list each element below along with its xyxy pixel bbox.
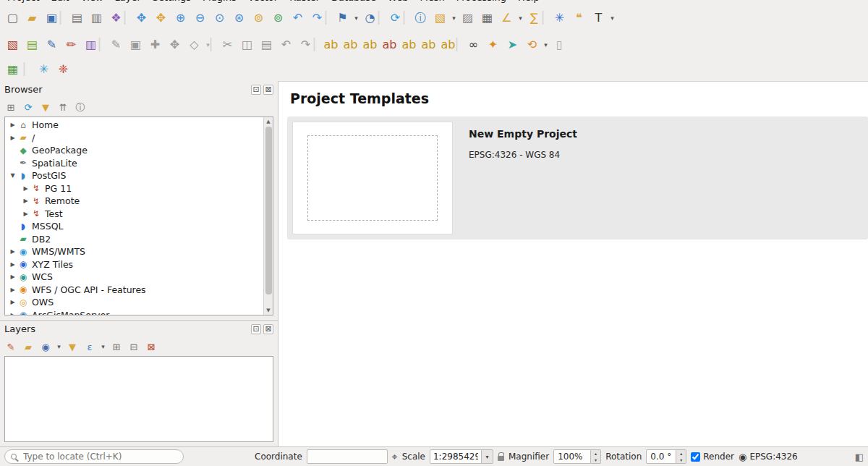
menu-item[interactable]: Web: [388, 0, 408, 3]
tree-item-pg11[interactable]: ▶ ↯ PG 11: [5, 182, 263, 195]
tree-item-wms-wmts[interactable]: ▶ ◉ WMS/WMTS: [5, 245, 263, 258]
label-rotate-icon[interactable]: ab: [419, 35, 438, 54]
themes-dropdown-arrow[interactable]: ▾: [55, 339, 63, 354]
collapse-all-layers-icon[interactable]: ⊟: [126, 339, 142, 354]
expand-arrow-icon[interactable]: ▶: [8, 261, 17, 268]
expand-arrow-icon[interactable]: ▶: [8, 274, 17, 280]
new-virtual-layer-icon[interactable]: ▥: [81, 35, 101, 54]
expand-arrow-icon[interactable]: ▶: [8, 312, 17, 315]
processing-toolbox-icon[interactable]: ✳: [550, 9, 569, 27]
zoom-in-icon[interactable]: ⊕: [171, 9, 190, 27]
tree-item-spatialite[interactable]: ✒ SpatiaLite: [5, 157, 263, 170]
spin-down-icon[interactable]: ▾: [591, 457, 600, 463]
filter-legend-icon[interactable]: ▼: [64, 339, 80, 354]
label-properties-icon[interactable]: ab: [438, 35, 458, 54]
project-template-card[interactable]: New Empty Project EPSG:4326 - WGS 84: [287, 116, 868, 240]
save-project-icon[interactable]: ▣: [42, 9, 61, 27]
add-selected-layers-icon[interactable]: ⊞: [3, 100, 19, 114]
python-run-icon[interactable]: ➤: [503, 35, 522, 54]
expand-arrow-icon[interactable]: ▶: [8, 135, 17, 141]
layer-styling-icon[interactable]: ✎: [3, 339, 19, 354]
manage-themes-icon[interactable]: ◉: [38, 339, 54, 354]
menu-item[interactable]: Mesh: [420, 0, 444, 3]
label-pin-icon[interactable]: ab: [360, 35, 380, 54]
statistical-summary-icon[interactable]: ∑: [524, 9, 544, 27]
magnifier-value[interactable]: 100%: [553, 449, 591, 464]
zoom-next-icon[interactable]: ↷: [307, 9, 327, 27]
toggle-editing-icon[interactable]: ✎: [106, 35, 126, 54]
expand-arrow-icon[interactable]: ▶: [8, 122, 17, 128]
rotation-value[interactable]: 0.0 °: [646, 449, 676, 464]
expand-arrow-icon[interactable]: ▶: [21, 185, 30, 192]
expand-arrow-icon[interactable]: ▶: [8, 299, 17, 305]
refresh-map-icon[interactable]: ⟳: [386, 9, 405, 27]
layers-list-empty[interactable]: [4, 356, 273, 442]
spin-up-icon[interactable]: ▴: [676, 450, 686, 457]
tree-item-arcgismapserver[interactable]: ▶ ◉ ArcGisMapServer: [5, 309, 263, 315]
plugin-icon-2[interactable]: ❈: [54, 60, 73, 79]
spin-down-icon[interactable]: ▾: [676, 457, 686, 463]
tree-item-mssql[interactable]: ◗ MSSQL: [5, 220, 263, 233]
new-spatialite-icon[interactable]: ✏: [61, 35, 81, 54]
new-geopackage-icon[interactable]: ▤: [22, 35, 42, 54]
reload-plugin-icon[interactable]: ⟲: [522, 35, 542, 54]
tree-item-postgis[interactable]: ▼ ◗ PostGIS: [5, 169, 263, 182]
text-annotation-icon[interactable]: T: [589, 9, 608, 27]
identify-features-icon[interactable]: ⓘ: [411, 9, 430, 27]
zoom-native-icon[interactable]: ⊙: [210, 9, 229, 27]
zoom-to-selection-icon[interactable]: ⊚: [249, 9, 268, 27]
plugin-icon-1[interactable]: ✳: [34, 60, 54, 79]
zoom-last-icon[interactable]: ↶: [288, 9, 307, 27]
refresh-browser-icon[interactable]: ⟳: [20, 100, 36, 114]
expression-dropdown-arrow[interactable]: ▾: [99, 339, 107, 354]
sparkle-plugin-icon[interactable]: ✦: [483, 35, 503, 54]
menu-item[interactable]: Project: [7, 0, 39, 3]
tree-item-home[interactable]: ▶ ⌂ Home: [5, 119, 263, 132]
pan-map-icon[interactable]: ✥: [132, 9, 151, 27]
expand-arrow-icon[interactable]: ▶: [8, 248, 17, 255]
remove-layer-icon[interactable]: ⊠: [143, 339, 159, 354]
place-search-icon[interactable]: ∞: [464, 35, 483, 54]
select-dropdown-arrow[interactable]: ▾: [450, 9, 458, 27]
label-highlight-icon[interactable]: ab: [380, 35, 399, 54]
locate-input[interactable]: [22, 451, 177, 462]
new-print-layout-icon[interactable]: ▤: [67, 9, 87, 27]
locate-box[interactable]: [4, 449, 184, 464]
menu-item[interactable]: Help: [518, 0, 540, 3]
menu-item[interactable]: Processing: [456, 0, 506, 3]
expand-arrow-icon[interactable]: ▼: [8, 172, 17, 179]
select-features-icon[interactable]: ▧: [430, 9, 450, 27]
close-panel-icon[interactable]: ⊠: [263, 324, 273, 334]
tree-item-remote[interactable]: ▶ ↯ Remote: [5, 195, 263, 208]
map-navigation-icon[interactable]: ▦: [3, 60, 22, 79]
menu-item[interactable]: Settings: [153, 0, 191, 3]
new-shapefile-icon[interactable]: ✎: [42, 35, 61, 54]
zoom-full-icon[interactable]: ⊛: [229, 9, 249, 27]
extent-toggle-icon[interactable]: ⌖: [392, 451, 398, 463]
tree-item-test[interactable]: ▶ ↯ Test: [5, 208, 263, 221]
expand-arrow-icon[interactable]: ▶: [21, 198, 30, 204]
paste-features-icon[interactable]: ▤: [257, 35, 276, 54]
scrollbar-thumb[interactable]: [265, 127, 272, 295]
tree-item-wfs[interactable]: ▶ ◉ WFS / OGC API - Features: [5, 284, 263, 297]
tree-item-wcs[interactable]: ▶ ◉ WCS: [5, 271, 263, 284]
collapse-all-icon[interactable]: ⇈: [55, 100, 71, 114]
copy-features-icon[interactable]: ◫: [237, 35, 257, 54]
template-thumbnail[interactable]: [292, 122, 453, 234]
close-panel-icon[interactable]: ⊠: [263, 85, 273, 95]
data-source-manager-icon[interactable]: ▧: [3, 35, 22, 54]
bookmarks-dropdown-arrow[interactable]: ▾: [352, 9, 360, 27]
menu-item[interactable]: Raster: [289, 0, 320, 3]
add-group-icon[interactable]: ▰: [20, 339, 36, 354]
label-move-icon[interactable]: ab: [399, 35, 419, 54]
menu-item[interactable]: Plugins: [203, 0, 237, 3]
tree-item-ows[interactable]: ▶ ◎ OWS: [5, 296, 263, 309]
menu-item[interactable]: Edit: [51, 0, 69, 3]
new-project-icon[interactable]: ▢: [3, 9, 22, 27]
layer-labeling-icon[interactable]: ab: [321, 35, 341, 54]
new-bookmark-icon[interactable]: ⚑: [333, 9, 352, 27]
tree-item-db2[interactable]: ▰ DB2: [5, 233, 263, 246]
filter-expression-icon[interactable]: ε: [82, 339, 98, 354]
disabled-tool-icon[interactable]: ▯: [550, 35, 569, 54]
undo-icon[interactable]: ↶: [276, 35, 296, 54]
